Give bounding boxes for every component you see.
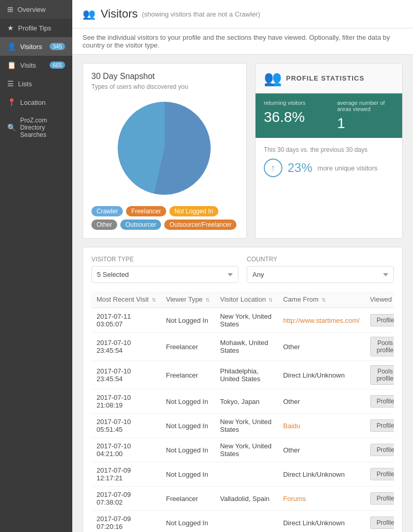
cell-came-from: Other (278, 333, 364, 361)
col-most-recent[interactable]: Most Recent Visit ⇅ (91, 291, 161, 308)
table-header: Most Recent Visit ⇅ Viewer Type ⇅ Visito… (91, 291, 394, 308)
table-row: 2017-07-09 12:17:21 Not Logged In Direct… (91, 462, 394, 487)
percent-change-label: more unique visitors (317, 164, 377, 172)
profile-button[interactable]: Profile (370, 419, 394, 432)
country-select[interactable]: Any (247, 266, 394, 283)
cell-viewed: Poolsprofile (365, 333, 394, 361)
stats-bottom: This 30 days vs. the previous 30 days ↑ … (256, 138, 402, 185)
sidebar-item-profile-tips[interactable]: ★ Profile Tips (0, 19, 72, 37)
visitors-badge: 345 (50, 43, 65, 50)
profile-button[interactable]: Profile (370, 395, 394, 408)
cell-viewer-type: Not Logged In (161, 511, 215, 533)
period-label: This 30 days vs. the previous 30 days (264, 146, 394, 153)
cell-viewed: Profile (365, 308, 394, 333)
percent-change: 23% (288, 161, 312, 175)
col-visitor-location[interactable]: Visitor Location ⇅ (215, 291, 278, 308)
sidebar-item-lists[interactable]: ☰ Lists (0, 74, 72, 93)
cell-most-recent: 2017-07-11 03:05:07 (91, 308, 161, 333)
cell-came-from: Other (278, 438, 364, 462)
cell-came-from: Other (278, 389, 364, 414)
legend-crawler[interactable]: Crawler (91, 206, 123, 216)
page-header: 👥 Visitors (showing visitors that are no… (72, 0, 413, 28)
sidebar-item-label: Visitors (20, 43, 42, 51)
came-from-text: Other (283, 398, 300, 405)
profile-button[interactable]: Profile (370, 444, 394, 456)
pie-chart-wrapper (91, 97, 238, 200)
avg-areas-label: average number of areas viewed (337, 100, 394, 112)
pools-profile-button[interactable]: Poolsprofile (370, 337, 394, 356)
cell-viewer-type: Freelancer (161, 333, 215, 361)
came-from-link[interactable]: Baidu (283, 422, 300, 430)
description-bar: See the individual visitors to your prof… (72, 28, 413, 55)
returning-visitors-col: returning visitors 36.8% (256, 93, 329, 138)
main-content: 👥 Visitors (showing visitors that are no… (72, 0, 413, 532)
profile-button[interactable]: Profile (370, 517, 394, 529)
profile-button[interactable]: Profile (370, 492, 394, 505)
sidebar-item-visits[interactable]: 📋 Visits 665 (0, 56, 72, 74)
cell-most-recent: 2017-07-10 21:08:19 (91, 389, 161, 414)
stats-title: PROFILE STATISTICS (286, 74, 364, 82)
country-filter: Country Any (247, 256, 394, 283)
table-container: Most Recent Visit ⇅ Viewer Type ⇅ Visito… (91, 291, 394, 532)
cell-most-recent: 2017-07-09 07:20:16 (91, 511, 161, 533)
sidebar-item-location[interactable]: 📍 Location (0, 93, 72, 112)
profile-button[interactable]: Profile (370, 314, 394, 326)
cell-most-recent: 2017-07-09 12:17:21 (91, 462, 161, 487)
legend-other[interactable]: Other (91, 220, 117, 230)
sidebar-item-label: Overview (18, 6, 45, 13)
sidebar-item-overview[interactable]: ⊞ Overview (0, 0, 72, 19)
legend-outsourcer-freelancer[interactable]: Outsourcer/Freelancer (164, 220, 236, 230)
table-row: 2017-07-11 03:05:07 Not Logged In New Yo… (91, 308, 394, 333)
pie-chart (113, 97, 216, 200)
col-viewer-type[interactable]: Viewer Type ⇅ (161, 291, 215, 308)
cell-viewer-type: Not Logged In (161, 462, 215, 487)
came-from-link[interactable]: Forums (283, 495, 306, 503)
legend-freelancer[interactable]: Freelancer (126, 206, 166, 216)
cell-viewed: Profile (365, 414, 394, 438)
pie-legend: Crawler Freelancer Not Logged In Other O… (91, 206, 238, 230)
cell-most-recent: 2017-07-10 04:21:00 (91, 438, 161, 462)
filters-row: Visitor Type 5 Selected Country Any (91, 256, 394, 283)
returning-visitors-label: returning visitors (264, 100, 321, 106)
pools-profile-button[interactable]: Poolsprofile (370, 365, 394, 385)
table-row: 2017-07-10 21:08:19 Not Logged In Tokyo,… (91, 389, 394, 414)
cell-most-recent: 2017-07-10 23:45:54 (91, 361, 161, 389)
returning-visitors-value: 36.8% (264, 109, 321, 126)
cell-viewed: Profile (365, 438, 394, 462)
content-area: 30 Day Snapshot Types of users who disco… (72, 55, 413, 532)
visitor-type-filter: Visitor Type 5 Selected (91, 256, 239, 283)
came-from-text: Other (283, 343, 300, 351)
cell-came-from: Forums (278, 487, 364, 511)
visits-icon: 📋 (7, 61, 16, 69)
col-came-from[interactable]: Came From ⇅ (278, 291, 364, 308)
cell-location: New York, United States (215, 414, 278, 438)
cell-location: New York, United States (215, 438, 278, 462)
page-title: Visitors (101, 7, 138, 21)
stats-icon: 👥 (264, 70, 282, 87)
cell-viewer-type: Not Logged In (161, 438, 215, 462)
lists-icon: ☰ (7, 80, 14, 88)
cell-location: Tokyo, Japan (215, 389, 278, 414)
table-row: 2017-07-10 23:45:54 Freelancer Philadelp… (91, 361, 394, 389)
sidebar-item-visitors[interactable]: 👤 Visitors 345 (0, 37, 72, 56)
visits-badge: 665 (50, 61, 65, 69)
sidebar-item-proz-searches[interactable]: 🔍 ProZ.com Directory Searches (0, 112, 72, 144)
cell-came-from: Direct Link/Unknown (278, 462, 364, 487)
cell-viewed: Profile (365, 511, 394, 533)
cell-location: Philadelphia, United States (215, 361, 278, 389)
table-row: 2017-07-09 07:38:02 Freelancer Valladoli… (91, 487, 394, 511)
page-subtitle: (showing visitors that are not a Crawler… (142, 10, 260, 18)
cell-came-from: http://www.startimes.com/ (278, 308, 364, 333)
sidebar-item-label: Profile Tips (18, 24, 51, 32)
col-viewed: Viewed (365, 291, 394, 308)
legend-outsourcer[interactable]: Outsourcer (120, 220, 161, 230)
legend-not-logged-in[interactable]: Not Logged In (169, 206, 218, 216)
visitor-type-select[interactable]: 5 Selected (91, 266, 239, 283)
visitor-type-label: Visitor Type (91, 256, 239, 263)
cell-viewed: Poolsprofile (365, 361, 394, 389)
came-from-link[interactable]: http://www.startimes.com/ (283, 317, 359, 324)
profile-button[interactable]: Profile (370, 468, 394, 480)
up-arrow-icon: ↑ (264, 159, 282, 177)
cell-most-recent: 2017-07-10 05:51:45 (91, 414, 161, 438)
came-from-text: Other (283, 446, 300, 454)
